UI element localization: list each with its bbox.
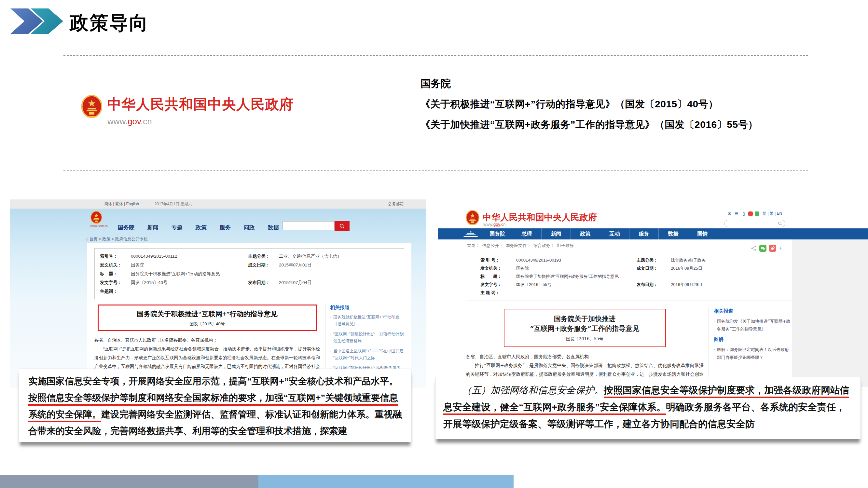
site-url: www.gov.cn [483,222,505,227]
nav-item-fuwu[interactable]: 服务 [629,228,658,239]
related-title: 相关报道 [330,304,404,311]
nav-item-xinwen[interactable]: 新闻 [148,224,158,231]
breadcrumb[interactable]: 首页 〉 信息公开 〉 国务院文件 〉 综合政务 〉 电子政务 + [438,239,868,252]
meta-label [248,287,279,296]
nav-item-shuju[interactable]: 数据 [658,228,688,239]
excerpt-lead-text: （五）加强网络和信息安全保护。 [462,385,604,396]
meta-row: 标 题：国务院关于积极推进“互联网+”行动的指导意见 [100,269,399,278]
doc-title: 国务院关于积极推进“互联网+”行动的指导意见 [100,310,314,319]
nav-item-zhengce[interactable]: 政策 [570,228,600,239]
nav-item-zhengce[interactable]: 政策 [195,224,207,231]
url-cn: .cn [500,222,505,227]
site-header: www.GOV.cn 国务院 新闻 专题 政策 服务 问政 数据 国情 [10,209,426,235]
nav-item-xinwen[interactable]: 新闻 [541,228,570,239]
breadcrumb-text: 首页 〉 信息公开 〉 国务院文件 〉 综合政务 〉 电子政务 [467,243,574,248]
search-button[interactable] [335,221,349,231]
meta-row: 标 题：国务院关于加快推进“互联网+政务服务”工作的指导意见 [480,272,777,281]
breadcrumb[interactable]: 首页 > 政策 > 政府信息公开专栏 [10,235,426,243]
meta-label: 发布日期： [637,281,671,289]
meta-label: 发布日期： [248,278,279,287]
mail-icon[interactable]: ✉ [727,211,732,216]
doc-number: 国发〔2015〕40号 [100,321,314,327]
screenshot-gov-site-2015: 简体 | 繁体 | English 2017年4月1日 星期六 公务邮箱 www… [10,199,426,388]
share-icon[interactable] [751,245,757,251]
double-chevron-icon [10,8,72,34]
gov-url-cn: .cn [141,117,152,126]
related-link[interactable]: 国务院印发《关于加快推进“互联网+政务服务”工作的指导意见》 [714,318,791,333]
weibo-share-icon[interactable] [769,245,776,252]
meta-label: 发文字号： [480,281,516,289]
meta-label [637,289,671,297]
doc-title-redbox: 国务院关于积极推进“互联网+”行动的指导意见 国发〔2015〕40号 [98,304,317,331]
wechat-share-icon[interactable] [759,245,767,252]
site-logo[interactable] [466,210,479,226]
mobile-icon[interactable]: ▯ [741,211,746,216]
language-links[interactable]: 简体 | 繁体 | English [104,201,139,207]
nav-item-fuwu[interactable]: 服务 [220,224,231,231]
site-nav: 国务院 总理 新闻 政策 互动 服务 数据 国情 [438,228,868,239]
meta-value [279,287,399,296]
search-box[interactable] [724,220,785,227]
excerpt-text: 实施国家信息安全专项，开展网络安全应用示范，提高“互联网+”安全核心技术和产品水… [28,376,398,386]
gov-logo: 中华人民共和国中央人民政府 www.gov.cn [81,95,293,127]
excerpt-card-2015: 实施国家信息安全专项，开展网络安全应用示范，提高“互联网+”安全核心技术和产品水… [19,368,411,442]
nav-item-guoqing[interactable]: 国情 [688,228,717,239]
policy-doc-1: 《关于积极推进“互联网+”行动的指导意见》（国发〔2015〕40号） [421,98,758,111]
graphic-link[interactable]: 图解：国务院已定时间表！以后去政府部门办事能少跑哪些腿？ [714,346,791,361]
related-link[interactable]: 当中国遇上互联网“+”——写在中国开启“互联网+”时代大门之际 [330,348,404,361]
meta-label: 主题分类： [637,256,671,264]
site-topbar: 简体 | 繁体 | English 2017年4月1日 星期六 公务邮箱 [10,199,426,209]
meta-row: 主 题 词： [480,289,777,297]
related-link[interactable]: “互联网+”顶层设计出炉 11项行动计划催生经济新格局 [330,331,404,345]
search-input[interactable] [282,221,335,230]
meta-label: 索 引 号： [480,256,516,264]
meta-value: 国发〔2016〕55号 [516,281,637,289]
weibo-icon[interactable] [748,212,753,216]
url-gov: gov [493,222,500,227]
meta-value: 000014349/2016-00193 [516,256,637,264]
doc-number: 国发〔2016〕55号 [507,336,663,342]
dashed-divider-top [63,55,808,56]
policy-list: 国务院 《关于积极推进“互联网+”行动的指导意见》（国发〔2015〕40号） 《… [421,77,758,139]
nav-item-shuju[interactable]: 数据 [268,224,279,231]
meta-label: 发文机关： [480,264,516,272]
nav-item-wenzheng[interactable]: 问政 [244,224,255,231]
search-icon [339,223,345,229]
list-icon[interactable]: ☰ [734,211,739,216]
nav-item-zongli[interactable]: 总理 [512,228,541,239]
meta-label: 标 题： [480,272,516,281]
meta-value: 综合政务\电子政务 [671,256,777,264]
meta-value: 2015年07月01日 [279,261,399,269]
meta-row: 索引号：000014349/2015-00112 主题分类：工业、交通\信息产业… [100,252,399,261]
meta-value: 国务院关于加快推进“互联网+政务服务”工作的指导意见 [516,272,637,281]
wechat-icon[interactable] [755,212,759,216]
related-link[interactable]: 国务院就积极推进“互联网+”行动印发《指导意见》 [330,314,404,328]
meta-label [248,269,279,278]
meta-row: 发文字号：国发〔2016〕55号 发布日期：2016年09月29日 [480,281,777,289]
home-building-icon[interactable] [459,228,483,239]
meta-value: 2016年09月25日 [671,264,777,272]
gov-logo-title: 中华人民共和国中央人民政府 [107,95,293,114]
url-www: www. [483,222,493,227]
language-links[interactable]: 简 | 繁 | EN [763,211,782,216]
nav-item-hudong[interactable]: 互动 [600,228,629,239]
doc-salutation: 各省、自治区、直辖市人民政府，国务院各部委、各直属机构： [466,352,704,361]
national-emblem-icon [91,211,102,225]
nav-item-zhuanti[interactable]: 专题 [172,224,183,231]
mailbox-link[interactable]: 公务邮箱 [388,201,404,207]
document-article: 国务院关于加快推进 “互联网+政务服务”工作的指导意见 国发〔2016〕55号 … [466,307,708,387]
nav-item-guowuyuan[interactable]: 国务院 [118,224,134,231]
meta-row: 发文机关：国务院 成文日期：2016年09月25日 [480,264,777,272]
related-title: 相关报道 [714,308,791,314]
site-nav: 国务院 新闻 专题 政策 服务 问政 数据 国情 [118,224,303,231]
meta-value: 国务院 [516,264,637,272]
meta-value: 000014349/2015-00112 [131,252,248,261]
site-logo[interactable]: www.GOV.cn [91,211,108,228]
gov-url-www: www. [107,117,128,126]
site-header: 中华人民共和国中央人民政府 www.gov.cn ✉ ☰ ▯ 简 | 繁 | E… [438,207,868,228]
meta-value [516,289,637,297]
meta-label: 标 题： [100,269,131,278]
nav-item-guowuyuan[interactable]: 国务院 [483,228,512,239]
doc-title-line2: “互联网+政务服务”工作的指导意见 [507,324,663,333]
meta-row: 索 引 号：000014349/2016-00193 主题分类：综合政务\电子政… [480,256,777,264]
